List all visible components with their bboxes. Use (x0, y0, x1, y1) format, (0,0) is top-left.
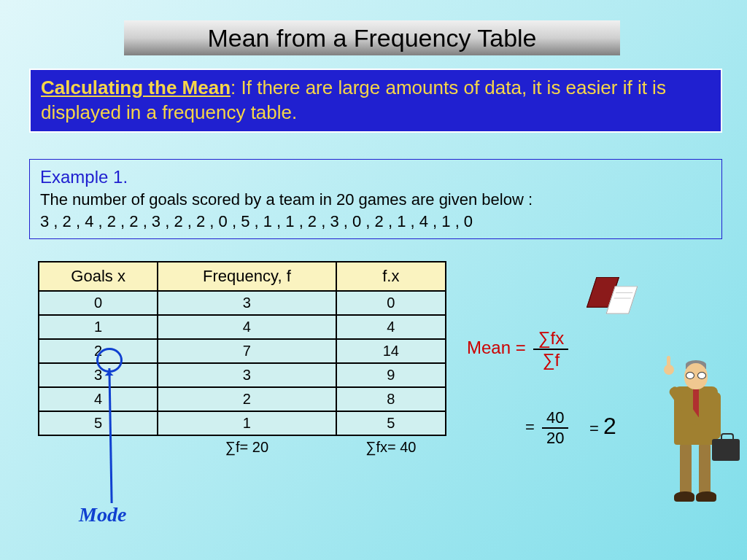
cell-x: 3 (39, 363, 158, 387)
cell-x: 2 (39, 339, 158, 363)
table-row: 2 7 14 (39, 339, 446, 363)
calc-fraction: = 40 20 (525, 408, 568, 448)
cell-fx: 0 (336, 291, 446, 315)
col-header-x: Goals x (39, 262, 158, 291)
sum-fx: ∑fx= 40 (336, 435, 446, 459)
calc-eq1: = (525, 418, 535, 436)
example-label: Example 1. (40, 166, 711, 189)
formula-numerator: ∑fx (533, 328, 568, 350)
col-header-f: Frequency, f (158, 262, 336, 291)
cell-f: 1 (158, 411, 336, 435)
cell-fx: 5 (336, 411, 446, 435)
example-data-list: 3 , 2 , 4 , 2 , 2 , 3 , 2 , 2 , 0 , 5 , … (40, 211, 711, 233)
col-header-fx: f.x (336, 262, 446, 291)
table-row: 1 4 4 (39, 315, 446, 339)
calc-denominator: 20 (542, 429, 568, 448)
intro-box: Calculating the Mean: If there are large… (29, 69, 722, 133)
cell-x: 0 (39, 291, 158, 315)
cell-f: 3 (158, 363, 336, 387)
cell-f: 7 (158, 339, 336, 363)
table-row: 5 1 5 (39, 411, 446, 435)
formula-denominator: ∑f (533, 350, 568, 370)
example-box: Example 1. The number of goals scored by… (29, 159, 722, 239)
cell-fx: 8 (336, 387, 446, 411)
slide-title: Mean from a Frequency Table (124, 20, 620, 55)
calc-result-value: 2 (603, 413, 616, 439)
table-row: 4 2 8 (39, 387, 446, 411)
cell-x: 4 (39, 387, 158, 411)
cell-f: 4 (158, 315, 336, 339)
table-row: 3 3 9 (39, 363, 446, 387)
cell-fx: 9 (336, 363, 446, 387)
mode-label: Mode (79, 503, 126, 526)
table-row: 0 3 0 (39, 291, 446, 315)
intro-lead: Calculating the Mean (41, 77, 231, 98)
cell-x: 5 (39, 411, 158, 435)
calc-eq2: = (589, 419, 599, 438)
sum-f: ∑f= 20 (158, 435, 336, 459)
example-prompt: The number of goals scored by a team in … (40, 189, 711, 211)
calc-numerator: 40 (542, 408, 568, 429)
mean-label: Mean = (467, 338, 526, 357)
thinking-man-icon (649, 357, 737, 518)
cell-fx: 4 (336, 315, 446, 339)
frequency-table: Goals x Frequency, f f.x 0 3 0 1 4 4 2 7… (38, 261, 446, 459)
cell-f: 2 (158, 387, 336, 411)
mean-formula: Mean = ∑fx ∑f (467, 328, 568, 370)
cell-f: 3 (158, 291, 336, 315)
cell-x: 1 (39, 315, 158, 339)
book-icon (587, 273, 642, 321)
cell-fx: 14 (336, 339, 446, 363)
calc-result: = 2 (589, 413, 616, 440)
